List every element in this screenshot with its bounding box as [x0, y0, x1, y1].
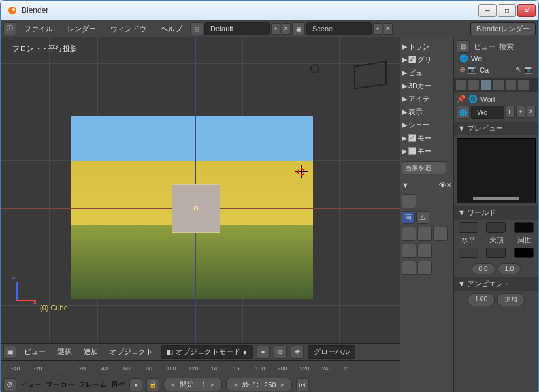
- bgimage-btn-6[interactable]: [402, 261, 416, 275]
- layout-dropdown[interactable]: Default: [204, 22, 270, 35]
- properties-tabs: [454, 78, 538, 92]
- scene-delete-button[interactable]: ✕: [384, 23, 393, 35]
- viewport-editor-icon[interactable]: ▣: [3, 346, 16, 359]
- timeline-editor-icon[interactable]: ⏱: [3, 378, 16, 391]
- lock-icon[interactable]: 🔒: [146, 378, 159, 391]
- exposure-field[interactable]: 0.0: [472, 263, 495, 274]
- minimize-button[interactable]: ─: [478, 4, 497, 17]
- vp-menu-view[interactable]: ビュー: [20, 347, 50, 357]
- tl-menu-view[interactable]: ビュー: [20, 380, 42, 389]
- horizon-color[interactable]: [459, 222, 478, 233]
- bgimage-up-button[interactable]: [402, 194, 416, 208]
- add-image-button[interactable]: 画像を追: [402, 161, 446, 174]
- ambient-factor-field[interactable]: 1.00: [468, 293, 495, 306]
- layout-delete-button[interactable]: ✕: [282, 23, 291, 35]
- zenith-color[interactable]: [486, 222, 506, 233]
- panel-motion1[interactable]: ▶✓モー: [402, 131, 452, 144]
- world-browse-icon[interactable]: 🌐: [457, 106, 470, 119]
- tab-constraints[interactable]: [505, 79, 517, 91]
- world-unlink-button[interactable]: ✕: [527, 106, 536, 118]
- bgimage-btn-1[interactable]: [402, 227, 416, 241]
- screen-layout-icon[interactable]: ⊞: [190, 22, 203, 35]
- tab-render[interactable]: [455, 79, 467, 91]
- horizon-label: 水平: [461, 235, 476, 245]
- range-field[interactable]: 1.0: [498, 263, 521, 274]
- scene-add-button[interactable]: +: [373, 23, 382, 35]
- breadcrumb-globe-icon: 🌐: [468, 95, 478, 103]
- timeline-ruler[interactable]: -40 -20 0 20 40 60 80 100 120 140 160 18…: [1, 360, 400, 376]
- panel-transform[interactable]: ▶トラン: [402, 40, 452, 53]
- scene-icon[interactable]: ◉: [292, 22, 305, 35]
- pivot-icon[interactable]: ⊙: [274, 346, 287, 359]
- bgimage-btn-3[interactable]: [433, 227, 448, 241]
- mode-dropdown[interactable]: ◧ オブジェクトモード ♦: [161, 345, 253, 359]
- cursor-icon[interactable]: ↖: [515, 65, 521, 74]
- outliner-view-menu[interactable]: ビュー: [474, 42, 495, 52]
- end-frame-field[interactable]: ◂終了: 250▸: [226, 378, 292, 391]
- auto-keyframe-icon[interactable]: ●: [129, 378, 142, 391]
- render-engine-dropdown[interactable]: Blenderレンダー: [470, 22, 536, 35]
- render-icon[interactable]: 📷: [524, 65, 533, 74]
- world-add-button[interactable]: +: [516, 106, 525, 118]
- panel-motion2[interactable]: ▶モー: [402, 144, 452, 157]
- outliner-world-item[interactable]: 🌐Wc: [457, 53, 536, 64]
- tl-menu-playback[interactable]: 再生: [111, 380, 125, 389]
- world-id-field[interactable]: Wo: [471, 106, 504, 119]
- cube-object[interactable]: [172, 184, 220, 233]
- panel-item[interactable]: ▶アイテ: [402, 92, 452, 105]
- vp-menu-add[interactable]: 追加: [80, 347, 102, 357]
- vp-menu-select[interactable]: 選択: [54, 347, 76, 357]
- menu-file[interactable]: ファイル: [18, 22, 59, 37]
- outliner-camera-item[interactable]: ⊕📷Ca ↖ 📷: [457, 64, 536, 75]
- tab-scene[interactable]: [468, 79, 480, 91]
- manipulator-icon[interactable]: ✥: [291, 346, 304, 359]
- bgimage-btn-5[interactable]: [417, 244, 432, 258]
- zenith-color2[interactable]: [486, 248, 506, 258]
- outliner-editor-icon[interactable]: ⊟: [457, 40, 470, 53]
- bgimage-btn-7[interactable]: [417, 261, 432, 275]
- panel-shading[interactable]: ▶シェー: [402, 118, 452, 131]
- ambient-panel-header[interactable]: ▼ アンビエント: [454, 277, 538, 291]
- tl-menu-marker[interactable]: マーカー: [46, 380, 74, 389]
- panel-view[interactable]: ▶ビュ: [402, 66, 452, 79]
- orientation-dropdown[interactable]: グローバル: [308, 345, 355, 359]
- bgimage-expand[interactable]: ▼👁✕: [402, 178, 452, 191]
- menu-help[interactable]: ヘルプ: [154, 22, 189, 37]
- preview-panel-header[interactable]: ▼ プレビュー: [454, 122, 538, 135]
- editor-type-icon[interactable]: ⓘ: [3, 22, 16, 35]
- tab-modifiers[interactable]: [517, 79, 529, 91]
- movie-source-button[interactable]: ム: [416, 211, 429, 224]
- tab-world[interactable]: [480, 79, 492, 91]
- scene-dropdown[interactable]: Scene: [306, 22, 372, 35]
- ambient-color[interactable]: [514, 222, 534, 233]
- bgimage-btn-2[interactable]: [417, 227, 432, 241]
- tab-object[interactable]: [493, 79, 504, 91]
- menu-window[interactable]: ウィンドウ: [104, 22, 153, 37]
- panel-display[interactable]: ▶表示: [402, 105, 452, 118]
- bgimage-source-row[interactable]: 画 ム: [402, 211, 452, 224]
- shading-icon[interactable]: ●: [257, 346, 270, 359]
- eye-close-icon[interactable]: 👁✕: [439, 181, 452, 189]
- layout-add-button[interactable]: +: [271, 23, 280, 35]
- panel-grid[interactable]: ▶✓グリ: [402, 53, 452, 66]
- jump-start-icon[interactable]: ⏮: [296, 378, 309, 391]
- ambient-color2[interactable]: [514, 248, 534, 258]
- ambient-add-dropdown[interactable]: 追加: [497, 293, 525, 306]
- tl-menu-frame[interactable]: フレーム: [78, 380, 107, 389]
- horizon-color2[interactable]: [459, 248, 478, 258]
- world-panel-header[interactable]: ▼ ワールド: [454, 206, 538, 220]
- vp-menu-object[interactable]: オブジェクト: [106, 347, 157, 357]
- window-title: Blender: [22, 6, 478, 15]
- bgimage-btn-4[interactable]: [402, 244, 416, 258]
- world-fakeuser-button[interactable]: F: [506, 106, 515, 118]
- pin-icon[interactable]: 📌: [457, 95, 466, 103]
- image-source-button[interactable]: 画: [402, 211, 415, 224]
- menu-render[interactable]: レンダー: [61, 22, 103, 37]
- maximize-button[interactable]: □: [498, 4, 516, 17]
- breadcrumb[interactable]: Worl: [480, 95, 495, 103]
- outliner-search[interactable]: 検索: [499, 42, 514, 52]
- start-frame-field[interactable]: ◂開始: 1▸: [163, 378, 222, 391]
- close-button[interactable]: ✕: [517, 4, 536, 17]
- 3d-viewport[interactable]: フロント・平行投影 z x (0) Cube: [1, 37, 400, 343]
- panel-3dcursor[interactable]: ▶3Dカー: [402, 79, 452, 92]
